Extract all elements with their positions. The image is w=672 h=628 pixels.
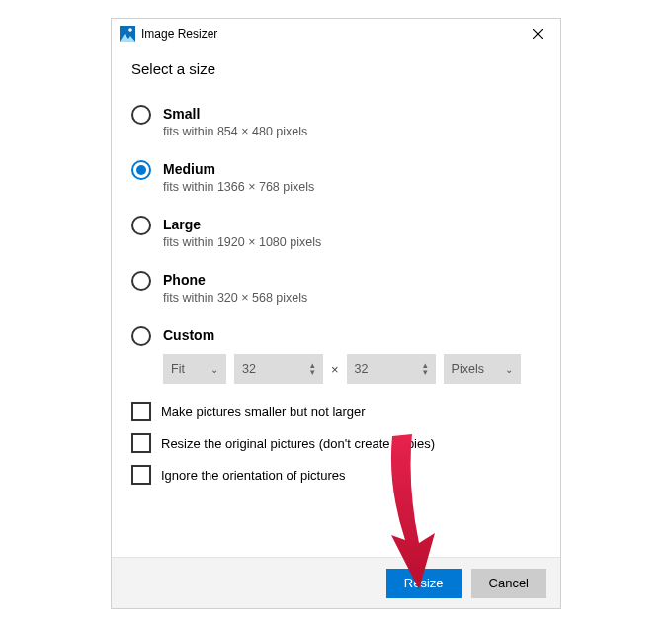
fit-dropdown-label: Fit xyxy=(171,362,185,376)
multiply-symbol: × xyxy=(331,362,339,377)
image-resizer-dialog: Image Resizer Select a size Small fits w… xyxy=(111,18,561,609)
checkbox[interactable] xyxy=(131,402,151,421)
stepper-icon: ▴▾ xyxy=(423,362,428,376)
width-input[interactable]: 32 ▴▾ xyxy=(234,354,323,384)
options-group: Make pictures smaller but not larger Res… xyxy=(131,402,541,485)
size-desc: fits within 854 × 480 pixels xyxy=(163,125,307,138)
app-title: Image Resizer xyxy=(141,27,523,41)
dialog-content: Select a size Small fits within 854 × 48… xyxy=(112,48,560,557)
close-icon xyxy=(533,29,543,39)
checkbox-label: Ignore the orientation of pictures xyxy=(161,468,345,483)
checkbox[interactable] xyxy=(131,465,151,485)
radio-small[interactable] xyxy=(131,105,151,125)
checkbox-label: Make pictures smaller but not larger xyxy=(161,404,366,419)
checkbox-ignore-orientation[interactable]: Ignore the orientation of pictures xyxy=(131,465,541,485)
size-label: Custom xyxy=(163,326,521,344)
size-label: Medium xyxy=(163,160,314,178)
size-option-phone[interactable]: Phone fits within 320 × 568 pixels xyxy=(131,271,541,305)
size-label: Large xyxy=(163,216,321,233)
svg-point-2 xyxy=(128,28,132,32)
size-option-medium[interactable]: Medium fits within 1366 × 768 pixels xyxy=(131,160,541,194)
size-desc: fits within 320 × 568 pixels xyxy=(163,291,307,305)
app-icon xyxy=(120,26,135,42)
width-value: 32 xyxy=(242,362,256,376)
resize-button[interactable]: Resize xyxy=(386,569,462,598)
height-value: 32 xyxy=(355,362,369,376)
radio-phone[interactable] xyxy=(131,271,151,291)
radio-large[interactable] xyxy=(131,216,151,235)
cancel-button[interactable]: Cancel xyxy=(471,569,546,598)
size-option-custom[interactable]: Custom Fit ⌄ 32 ▴▾ × 32 ▴▾ xyxy=(131,326,541,384)
checkbox-label: Resize the original pictures (don't crea… xyxy=(161,436,435,451)
checkbox-resize-original[interactable]: Resize the original pictures (don't crea… xyxy=(131,433,541,453)
chevron-down-icon: ⌄ xyxy=(210,364,218,375)
size-label: Small xyxy=(163,105,307,123)
height-input[interactable]: 32 ▴▾ xyxy=(347,354,436,384)
fit-dropdown[interactable]: Fit ⌄ xyxy=(163,354,226,384)
stepper-icon: ▴▾ xyxy=(310,362,315,376)
size-label: Phone xyxy=(163,271,307,289)
size-option-large[interactable]: Large fits within 1920 × 1080 pixels xyxy=(131,216,541,249)
page-heading: Select a size xyxy=(131,60,541,77)
unit-dropdown-label: Pixels xyxy=(452,362,484,376)
close-button[interactable] xyxy=(523,19,552,48)
chevron-down-icon: ⌄ xyxy=(505,364,513,375)
size-option-small[interactable]: Small fits within 854 × 480 pixels xyxy=(131,105,541,138)
unit-dropdown[interactable]: Pixels ⌄ xyxy=(444,354,521,384)
titlebar: Image Resizer xyxy=(112,19,560,48)
radio-medium[interactable] xyxy=(131,160,151,180)
radio-custom[interactable] xyxy=(131,326,151,346)
size-desc: fits within 1366 × 768 pixels xyxy=(163,180,314,194)
checkbox[interactable] xyxy=(131,433,151,453)
size-desc: fits within 1920 × 1080 pixels xyxy=(163,235,321,249)
checkbox-smaller-only[interactable]: Make pictures smaller but not larger xyxy=(131,402,541,421)
custom-controls: Fit ⌄ 32 ▴▾ × 32 ▴▾ Pixels ⌄ xyxy=(163,354,521,384)
dialog-footer: Resize Cancel xyxy=(112,557,560,608)
